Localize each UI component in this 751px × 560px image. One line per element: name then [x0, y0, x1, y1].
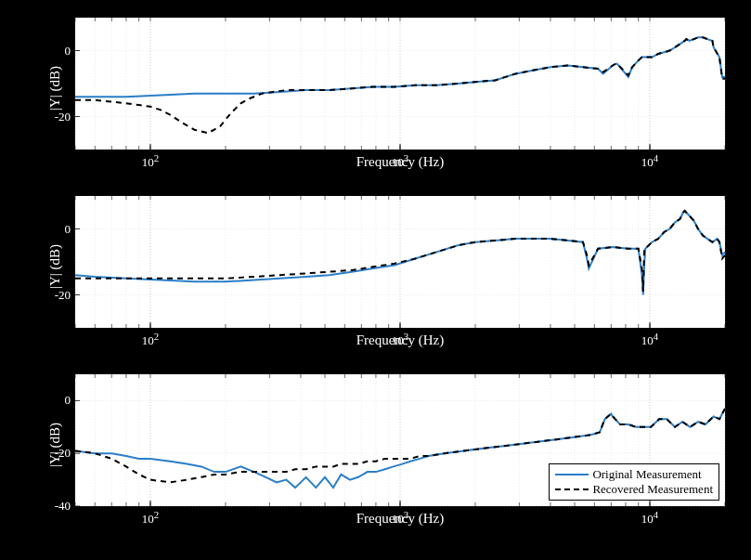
plot-area-1	[75, 18, 725, 150]
xtick-label: 103	[392, 152, 408, 170]
ylabel-1: |Y| (dB)	[47, 66, 63, 111]
xtick-label: 102	[142, 152, 159, 170]
subplot-2: |Y| (dB) Frequency (Hz) 102103104-200	[74, 195, 726, 329]
legend-label-recovered: Recovered Measurement	[592, 482, 713, 497]
legend-item-recovered: Recovered Measurement	[555, 482, 713, 497]
xtick-label: 104	[641, 331, 658, 348]
figure: |Y| (dB) Frequency (Hz) 102103104-200 |Y…	[0, 0, 751, 560]
legend-label-original: Original Measurement	[592, 467, 701, 482]
subplot-1: |Y| (dB) Frequency (Hz) 102103104-200	[74, 17, 726, 150]
ytick-label: -20	[55, 288, 71, 303]
ytick-label: -20	[55, 110, 71, 124]
legend-swatch-original	[555, 474, 589, 475]
ytick-label: -20	[55, 446, 71, 461]
xtick-label: 104	[641, 509, 658, 527]
ylabel-2: |Y| (dB)	[47, 244, 63, 289]
subplot-3: |Y| (dB) Frequency (Hz) Original Measure…	[74, 373, 726, 507]
legend: Original Measurement Recovered Measureme…	[549, 463, 719, 501]
xtick-label: 104	[641, 152, 658, 170]
xtick-label: 102	[142, 331, 159, 348]
xtick-label: 103	[392, 331, 408, 348]
ytick-label: 0	[65, 44, 71, 59]
legend-swatch-recovered	[555, 488, 589, 490]
ytick-label: 0	[65, 393, 71, 408]
legend-item-original: Original Measurement	[555, 467, 713, 482]
ytick-label: -40	[55, 499, 71, 514]
ytick-label: 0	[65, 222, 71, 237]
xtick-label: 102	[142, 509, 159, 527]
xtick-label: 103	[392, 509, 408, 527]
plot-area-2	[75, 196, 725, 328]
